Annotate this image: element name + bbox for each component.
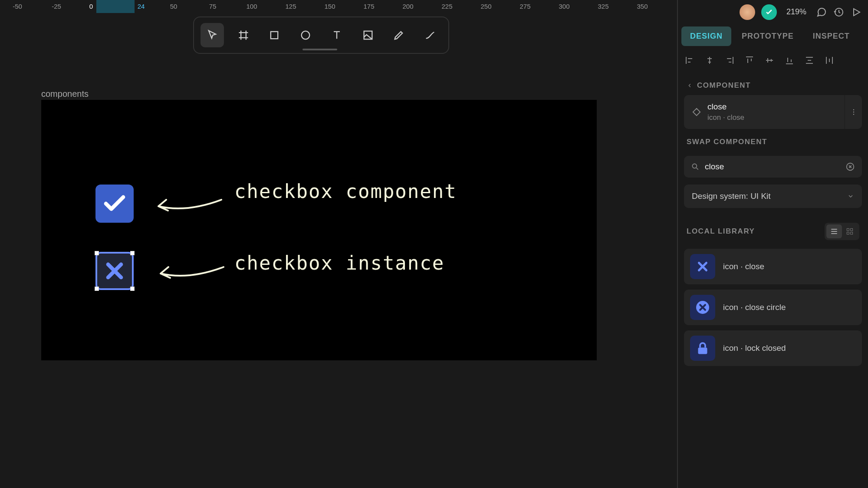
svg-point-5	[853, 114, 854, 115]
library-item[interactable]: icon · close circle	[684, 290, 862, 325]
ruler-tick: 175	[363, 3, 374, 10]
tab-design[interactable]: DESIGN	[681, 26, 731, 46]
grid-view-button[interactable]	[842, 224, 858, 238]
search-icon	[691, 162, 700, 171]
comment-button[interactable]	[816, 7, 827, 18]
check-icon	[102, 191, 128, 217]
svg-rect-9	[851, 228, 853, 231]
svg-point-3	[853, 109, 854, 110]
close-circle-icon	[694, 299, 711, 316]
checkbox-instance-selected[interactable]	[95, 252, 134, 290]
swap-search-row[interactable]	[684, 156, 862, 178]
toolbar-indicator	[302, 49, 337, 50]
clear-search-button[interactable]	[845, 162, 855, 171]
library-item-label: icon · close	[723, 262, 764, 271]
chevron-down-icon	[847, 193, 854, 200]
library-item-label: icon · close circle	[723, 303, 786, 312]
ruler-tick: 225	[441, 3, 452, 10]
distribute-v-button[interactable]	[804, 55, 815, 66]
ruler-tick-zero: 0	[89, 3, 93, 10]
arrow-icon	[152, 191, 226, 217]
right-panel: 219% DESIGN PROTOTYPE INSPECT COMPONENT …	[677, 0, 868, 488]
image-tool-button[interactable]	[356, 23, 380, 47]
selection-handle[interactable]	[130, 287, 135, 291]
align-right-button[interactable]	[724, 55, 735, 66]
tools-toolbar	[193, 16, 449, 54]
frame-label[interactable]: components	[41, 89, 89, 99]
ruler-tick: 75	[209, 3, 217, 10]
rectangle-tool-button[interactable]	[263, 23, 286, 47]
align-top-button[interactable]	[744, 55, 755, 66]
component-card[interactable]: close icon · close	[684, 95, 862, 129]
selection-handle[interactable]	[95, 287, 99, 291]
library-item[interactable]: icon · lock closed	[684, 330, 862, 366]
panel-tabs: DESIGN PROTOTYPE INSPECT	[678, 24, 868, 48]
arrow-icon	[154, 258, 228, 284]
ruler-selection-highlight	[96, 0, 135, 13]
svg-point-1	[302, 31, 310, 40]
ruler-tick: -50	[13, 3, 22, 10]
distribute-h-button[interactable]	[824, 55, 835, 66]
section-label: SWAP COMPONENT	[687, 138, 767, 146]
play-button[interactable]	[851, 7, 862, 18]
section-label: COMPONENT	[697, 81, 751, 90]
user-avatar[interactable]	[740, 4, 755, 20]
history-button[interactable]	[833, 7, 845, 18]
align-bottom-button[interactable]	[784, 55, 795, 66]
grid-icon	[845, 227, 854, 236]
ruler-tick-current: 24	[138, 3, 145, 10]
lock-icon	[695, 340, 710, 356]
component-section-header[interactable]: COMPONENT	[678, 73, 868, 95]
user-avatar-verified[interactable]	[761, 4, 777, 20]
ellipse-tool-button[interactable]	[294, 23, 317, 47]
component-thumbnail	[690, 336, 715, 361]
svg-rect-13	[698, 348, 707, 354]
align-hcenter-button[interactable]	[704, 55, 715, 66]
ruler-tick: 350	[637, 3, 648, 10]
canvas[interactable]: components checkbox component checkbox i…	[0, 13, 677, 488]
pen-tool-button[interactable]	[418, 23, 442, 47]
library-item[interactable]: icon · close	[684, 249, 862, 284]
align-left-button[interactable]	[684, 55, 695, 66]
component-more-button[interactable]	[845, 95, 862, 129]
frame-tool-button[interactable]	[232, 23, 255, 47]
kebab-icon	[850, 108, 858, 116]
ruler-tick: 275	[519, 3, 530, 10]
component-path: icon · close	[707, 113, 744, 122]
view-toggle	[825, 223, 859, 240]
close-icon	[695, 259, 710, 274]
zoom-level[interactable]: 219%	[786, 7, 806, 16]
local-library-header: LOCAL LIBRARY	[678, 211, 868, 246]
svg-point-4	[853, 112, 854, 112]
instance-diamond-icon	[692, 107, 701, 117]
text-tool-button[interactable]	[325, 23, 349, 47]
tab-prototype[interactable]: PROTOTYPE	[733, 26, 802, 46]
ruler-tick: -25	[52, 3, 61, 10]
library-item-label: icon · lock closed	[723, 343, 786, 353]
ruler-tick: 150	[324, 3, 335, 10]
swap-section-header: SWAP COMPONENT	[678, 129, 868, 152]
library-select[interactable]: Design system: UI Kit	[684, 185, 862, 208]
annotation-label: checkbox instance	[234, 252, 444, 274]
pencil-tool-button[interactable]	[388, 23, 411, 47]
horizontal-ruler[interactable]: -50 -25 0 24 50 75 100 125 150 175 200 2…	[0, 0, 677, 13]
svg-rect-8	[847, 228, 849, 231]
frame[interactable]	[41, 100, 597, 360]
svg-rect-0	[271, 32, 278, 39]
svg-rect-11	[851, 232, 853, 234]
ruler-tick: 325	[598, 3, 608, 10]
checkbox-component[interactable]	[95, 185, 134, 223]
move-tool-button[interactable]	[201, 23, 224, 47]
swap-search-input[interactable]	[705, 162, 840, 171]
svg-point-6	[692, 164, 697, 168]
ruler-tick: 125	[285, 3, 296, 10]
selection-handle[interactable]	[130, 251, 135, 255]
section-label: LOCAL LIBRARY	[687, 227, 755, 236]
tab-inspect[interactable]: INSPECT	[804, 26, 858, 46]
align-vcenter-button[interactable]	[764, 55, 775, 66]
alignment-row	[678, 48, 868, 73]
library-name: Design system: UI Kit	[692, 191, 771, 201]
list-view-button[interactable]	[826, 224, 842, 238]
ruler-tick: 250	[480, 3, 491, 10]
selection-handle[interactable]	[95, 251, 99, 255]
